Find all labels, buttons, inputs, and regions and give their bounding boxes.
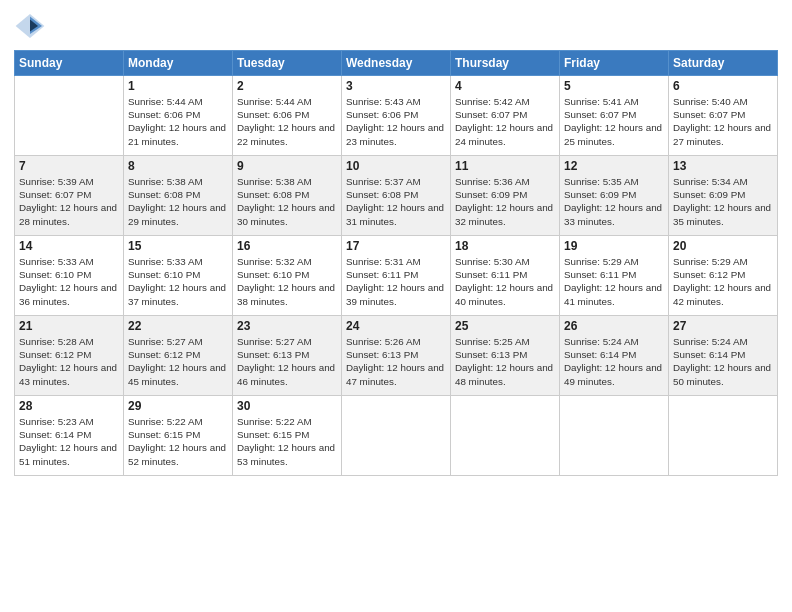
day-number: 14 [19, 239, 119, 253]
day-info: Sunrise: 5:38 AMSunset: 6:08 PMDaylight:… [128, 175, 228, 228]
calendar-cell: 25Sunrise: 5:25 AMSunset: 6:13 PMDayligh… [451, 316, 560, 396]
calendar-cell: 9Sunrise: 5:38 AMSunset: 6:08 PMDaylight… [233, 156, 342, 236]
day-number: 12 [564, 159, 664, 173]
calendar-cell [15, 76, 124, 156]
day-number: 7 [19, 159, 119, 173]
day-info: Sunrise: 5:31 AMSunset: 6:11 PMDaylight:… [346, 255, 446, 308]
calendar-cell: 14Sunrise: 5:33 AMSunset: 6:10 PMDayligh… [15, 236, 124, 316]
day-info: Sunrise: 5:37 AMSunset: 6:08 PMDaylight:… [346, 175, 446, 228]
day-info: Sunrise: 5:33 AMSunset: 6:10 PMDaylight:… [128, 255, 228, 308]
day-number: 5 [564, 79, 664, 93]
day-number: 17 [346, 239, 446, 253]
calendar-cell: 30Sunrise: 5:22 AMSunset: 6:15 PMDayligh… [233, 396, 342, 476]
day-number: 24 [346, 319, 446, 333]
day-number: 11 [455, 159, 555, 173]
calendar-cell: 27Sunrise: 5:24 AMSunset: 6:14 PMDayligh… [669, 316, 778, 396]
calendar-cell: 26Sunrise: 5:24 AMSunset: 6:14 PMDayligh… [560, 316, 669, 396]
day-number: 3 [346, 79, 446, 93]
calendar-cell: 16Sunrise: 5:32 AMSunset: 6:10 PMDayligh… [233, 236, 342, 316]
day-number: 29 [128, 399, 228, 413]
day-info: Sunrise: 5:32 AMSunset: 6:10 PMDaylight:… [237, 255, 337, 308]
day-number: 9 [237, 159, 337, 173]
calendar-cell: 18Sunrise: 5:30 AMSunset: 6:11 PMDayligh… [451, 236, 560, 316]
calendar-cell: 21Sunrise: 5:28 AMSunset: 6:12 PMDayligh… [15, 316, 124, 396]
calendar-table: SundayMondayTuesdayWednesdayThursdayFrid… [14, 50, 778, 476]
day-info: Sunrise: 5:27 AMSunset: 6:13 PMDaylight:… [237, 335, 337, 388]
page: SundayMondayTuesdayWednesdayThursdayFrid… [0, 0, 792, 612]
calendar-cell: 28Sunrise: 5:23 AMSunset: 6:14 PMDayligh… [15, 396, 124, 476]
calendar-cell: 2Sunrise: 5:44 AMSunset: 6:06 PMDaylight… [233, 76, 342, 156]
weekday-header-thursday: Thursday [451, 51, 560, 76]
day-number: 6 [673, 79, 773, 93]
calendar-cell [669, 396, 778, 476]
day-info: Sunrise: 5:34 AMSunset: 6:09 PMDaylight:… [673, 175, 773, 228]
day-number: 21 [19, 319, 119, 333]
day-info: Sunrise: 5:24 AMSunset: 6:14 PMDaylight:… [564, 335, 664, 388]
day-info: Sunrise: 5:26 AMSunset: 6:13 PMDaylight:… [346, 335, 446, 388]
day-info: Sunrise: 5:27 AMSunset: 6:12 PMDaylight:… [128, 335, 228, 388]
day-info: Sunrise: 5:40 AMSunset: 6:07 PMDaylight:… [673, 95, 773, 148]
day-info: Sunrise: 5:44 AMSunset: 6:06 PMDaylight:… [237, 95, 337, 148]
calendar-header: SundayMondayTuesdayWednesdayThursdayFrid… [15, 51, 778, 76]
day-info: Sunrise: 5:36 AMSunset: 6:09 PMDaylight:… [455, 175, 555, 228]
day-number: 13 [673, 159, 773, 173]
calendar-cell [451, 396, 560, 476]
calendar-cell: 4Sunrise: 5:42 AMSunset: 6:07 PMDaylight… [451, 76, 560, 156]
day-info: Sunrise: 5:29 AMSunset: 6:11 PMDaylight:… [564, 255, 664, 308]
weekday-header-wednesday: Wednesday [342, 51, 451, 76]
header [14, 10, 778, 42]
day-number: 25 [455, 319, 555, 333]
calendar-cell: 17Sunrise: 5:31 AMSunset: 6:11 PMDayligh… [342, 236, 451, 316]
day-number: 26 [564, 319, 664, 333]
day-number: 15 [128, 239, 228, 253]
calendar-cell: 13Sunrise: 5:34 AMSunset: 6:09 PMDayligh… [669, 156, 778, 236]
calendar-cell: 3Sunrise: 5:43 AMSunset: 6:06 PMDaylight… [342, 76, 451, 156]
day-info: Sunrise: 5:41 AMSunset: 6:07 PMDaylight:… [564, 95, 664, 148]
day-number: 16 [237, 239, 337, 253]
calendar-cell: 8Sunrise: 5:38 AMSunset: 6:08 PMDaylight… [124, 156, 233, 236]
day-info: Sunrise: 5:23 AMSunset: 6:14 PMDaylight:… [19, 415, 119, 468]
weekday-header-saturday: Saturday [669, 51, 778, 76]
week-row-3: 14Sunrise: 5:33 AMSunset: 6:10 PMDayligh… [15, 236, 778, 316]
calendar-cell: 11Sunrise: 5:36 AMSunset: 6:09 PMDayligh… [451, 156, 560, 236]
day-info: Sunrise: 5:22 AMSunset: 6:15 PMDaylight:… [128, 415, 228, 468]
calendar-cell: 29Sunrise: 5:22 AMSunset: 6:15 PMDayligh… [124, 396, 233, 476]
logo [14, 10, 50, 42]
calendar-cell: 6Sunrise: 5:40 AMSunset: 6:07 PMDaylight… [669, 76, 778, 156]
day-info: Sunrise: 5:43 AMSunset: 6:06 PMDaylight:… [346, 95, 446, 148]
day-info: Sunrise: 5:35 AMSunset: 6:09 PMDaylight:… [564, 175, 664, 228]
day-number: 22 [128, 319, 228, 333]
weekday-header-tuesday: Tuesday [233, 51, 342, 76]
calendar-cell [342, 396, 451, 476]
calendar-cell: 10Sunrise: 5:37 AMSunset: 6:08 PMDayligh… [342, 156, 451, 236]
day-number: 28 [19, 399, 119, 413]
day-number: 10 [346, 159, 446, 173]
calendar-cell: 20Sunrise: 5:29 AMSunset: 6:12 PMDayligh… [669, 236, 778, 316]
week-row-5: 28Sunrise: 5:23 AMSunset: 6:14 PMDayligh… [15, 396, 778, 476]
day-number: 4 [455, 79, 555, 93]
day-number: 1 [128, 79, 228, 93]
week-row-2: 7Sunrise: 5:39 AMSunset: 6:07 PMDaylight… [15, 156, 778, 236]
week-row-4: 21Sunrise: 5:28 AMSunset: 6:12 PMDayligh… [15, 316, 778, 396]
day-info: Sunrise: 5:38 AMSunset: 6:08 PMDaylight:… [237, 175, 337, 228]
day-info: Sunrise: 5:28 AMSunset: 6:12 PMDaylight:… [19, 335, 119, 388]
day-info: Sunrise: 5:29 AMSunset: 6:12 PMDaylight:… [673, 255, 773, 308]
calendar-cell: 12Sunrise: 5:35 AMSunset: 6:09 PMDayligh… [560, 156, 669, 236]
day-info: Sunrise: 5:42 AMSunset: 6:07 PMDaylight:… [455, 95, 555, 148]
calendar-cell: 7Sunrise: 5:39 AMSunset: 6:07 PMDaylight… [15, 156, 124, 236]
weekday-header-row: SundayMondayTuesdayWednesdayThursdayFrid… [15, 51, 778, 76]
day-number: 19 [564, 239, 664, 253]
calendar-cell [560, 396, 669, 476]
day-number: 27 [673, 319, 773, 333]
day-info: Sunrise: 5:24 AMSunset: 6:14 PMDaylight:… [673, 335, 773, 388]
calendar-cell: 24Sunrise: 5:26 AMSunset: 6:13 PMDayligh… [342, 316, 451, 396]
day-number: 20 [673, 239, 773, 253]
day-info: Sunrise: 5:39 AMSunset: 6:07 PMDaylight:… [19, 175, 119, 228]
calendar-cell: 5Sunrise: 5:41 AMSunset: 6:07 PMDaylight… [560, 76, 669, 156]
weekday-header-monday: Monday [124, 51, 233, 76]
weekday-header-sunday: Sunday [15, 51, 124, 76]
calendar-cell: 23Sunrise: 5:27 AMSunset: 6:13 PMDayligh… [233, 316, 342, 396]
day-info: Sunrise: 5:30 AMSunset: 6:11 PMDaylight:… [455, 255, 555, 308]
day-info: Sunrise: 5:44 AMSunset: 6:06 PMDaylight:… [128, 95, 228, 148]
week-row-1: 1Sunrise: 5:44 AMSunset: 6:06 PMDaylight… [15, 76, 778, 156]
